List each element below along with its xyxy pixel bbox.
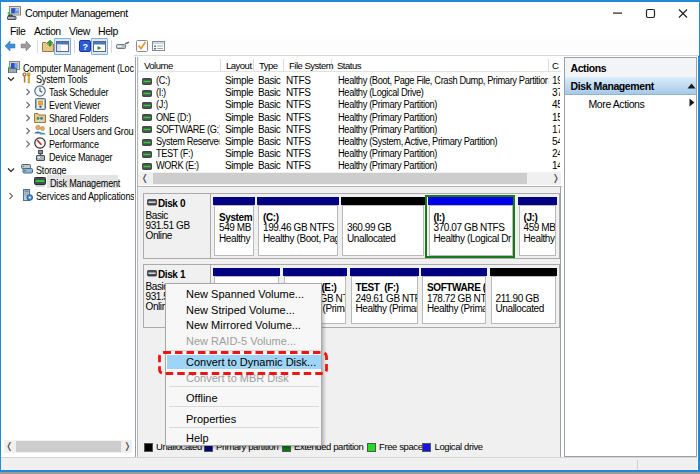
svg-text:?: ? [82,42,87,52]
